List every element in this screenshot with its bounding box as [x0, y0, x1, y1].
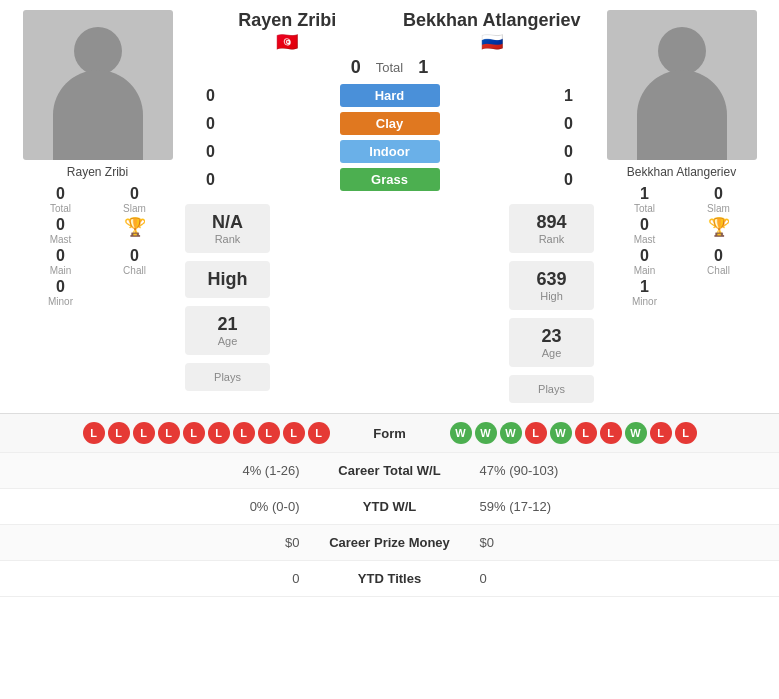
right-avatar-head: [658, 27, 706, 75]
surface-left-score: 0: [185, 115, 215, 133]
titles-label: YTD Titles: [300, 571, 480, 586]
prize-row: $0 Career Prize Money $0: [0, 525, 779, 561]
right-plays-label: Plays: [523, 383, 580, 395]
right-player-stats: 1 Total 0 Slam 0 Mast 🏆 0 Main: [612, 185, 752, 307]
right-center-stats: 894 Rank 639 High 23 Age Plays: [509, 204, 594, 403]
left-slam-value: 0: [130, 185, 139, 203]
right-player-section: Bekkhan Atlangeriev 1 Total 0 Slam 0 Mas…: [594, 10, 769, 403]
right-chall-value: 0: [714, 247, 723, 265]
surface-button-clay[interactable]: Clay: [340, 112, 440, 135]
left-player-name: Rayen Zribi: [67, 165, 128, 179]
left-main-mast-cell: 0 Main: [28, 247, 94, 276]
right-main-cell: 0 Main: [612, 247, 678, 276]
form-badge-left-l: L: [158, 422, 180, 444]
bottom-stats: LLLLLLLLLL Form WWWLWLLWLL 4% (1-26) Car…: [0, 413, 779, 597]
form-badge-right-l: L: [675, 422, 697, 444]
form-badge-right-w: W: [450, 422, 472, 444]
total-left-score: 0: [351, 57, 361, 78]
form-badge-left-l: L: [83, 422, 105, 444]
surface-right-score: 1: [564, 87, 594, 105]
surface-btn-wrap: Grass: [215, 168, 564, 191]
surface-left-score: 0: [185, 171, 215, 189]
left-mast-label: Mast: [50, 234, 72, 245]
left-age-value: 21: [199, 314, 256, 335]
right-minor-value: 1: [640, 278, 649, 296]
left-header-flag: 🇹🇳: [185, 31, 390, 53]
career-wl-right: 47% (90-103): [480, 463, 770, 478]
right-minor-label: Minor: [632, 296, 657, 307]
right-age-box: 23 Age: [509, 318, 594, 367]
right-mast-cell: 0 Mast: [612, 216, 678, 245]
form-badge-right-l: L: [650, 422, 672, 444]
left-minor-value: 0: [56, 278, 65, 296]
surface-rows: 0 Hard 1 0 Clay 0 0 Indoor 0 0 Grass 0: [185, 84, 594, 196]
total-row: 0 Total 1: [351, 57, 429, 78]
surface-row-grass: 0 Grass 0: [185, 168, 594, 191]
form-badge-left-l: L: [208, 422, 230, 444]
left-mast-value: 0: [56, 216, 65, 234]
left-rank-label: Rank: [199, 233, 256, 245]
right-total-cell: 1 Total: [612, 185, 678, 214]
left-slam-label: Slam: [123, 203, 146, 214]
form-badge-right-w: W: [550, 422, 572, 444]
left-plays-label: Plays: [199, 371, 256, 383]
prize-label: Career Prize Money: [300, 535, 480, 550]
left-chall-value: 0: [130, 247, 139, 265]
right-slam-label: Slam: [707, 203, 730, 214]
form-badge-left-l: L: [183, 422, 205, 444]
career-wl-left: 4% (1-26): [10, 463, 300, 478]
right-trophy-cell: 🏆: [686, 216, 752, 245]
right-player-name: Bekkhan Atlangeriev: [627, 165, 736, 179]
left-age-label: Age: [199, 335, 256, 347]
right-age-label: Age: [523, 347, 580, 359]
surface-left-score: 0: [185, 87, 215, 105]
right-total-value: 1: [640, 185, 649, 203]
prize-right: $0: [480, 535, 770, 550]
left-total-label: Total: [50, 203, 71, 214]
right-header: Bekkhan Atlangeriev 🇷🇺: [390, 10, 595, 53]
ytd-wl-label: YTD W/L: [300, 499, 480, 514]
left-center-stats: N/A Rank High 21 Age Plays: [185, 204, 270, 403]
surface-button-grass[interactable]: Grass: [340, 168, 440, 191]
left-total-cell: 0 Total: [28, 185, 94, 214]
left-high-box: High: [185, 261, 270, 298]
center-stat-boxes: N/A Rank High 21 Age Plays: [185, 204, 594, 403]
right-minor-cell: 1 Minor: [612, 278, 678, 307]
form-badge-right-w: W: [625, 422, 647, 444]
surface-btn-wrap: Hard: [215, 84, 564, 107]
form-badge-right-l: L: [525, 422, 547, 444]
form-badge-left-l: L: [308, 422, 330, 444]
form-badge-right-w: W: [500, 422, 522, 444]
surface-row-hard: 0 Hard 1: [185, 84, 594, 107]
titles-left: 0: [10, 571, 300, 586]
right-high-value: 639: [523, 269, 580, 290]
left-trophy-icon: 🏆: [124, 216, 146, 238]
ytd-wl-left: 0% (0-0): [10, 499, 300, 514]
right-high-label: High: [523, 290, 580, 302]
ytd-wl-row: 0% (0-0) YTD W/L 59% (17-12): [0, 489, 779, 525]
right-age-value: 23: [523, 326, 580, 347]
right-chall-label: Chall: [707, 265, 730, 276]
surface-button-hard[interactable]: Hard: [340, 84, 440, 107]
form-badge-left-l: L: [258, 422, 280, 444]
right-main-label: Main: [634, 265, 656, 276]
right-rank-box: 894 Rank: [509, 204, 594, 253]
right-trophy-icon: 🏆: [708, 216, 730, 238]
right-silhouette: [637, 27, 727, 160]
right-slam-value: 0: [714, 185, 723, 203]
right-mast-value: 0: [640, 216, 649, 234]
form-badge-left-l: L: [283, 422, 305, 444]
surface-row-clay: 0 Clay 0: [185, 112, 594, 135]
left-trophy-cell: 🏆: [102, 216, 168, 245]
right-total-label: Total: [634, 203, 655, 214]
form-row: LLLLLLLLLL Form WWWLWLLWLL: [0, 414, 779, 453]
surface-btn-wrap: Indoor: [215, 140, 564, 163]
left-header: Rayen Zribi 🇹🇳: [185, 10, 390, 53]
surface-row-indoor: 0 Indoor 0: [185, 140, 594, 163]
surface-right-score: 0: [564, 171, 594, 189]
right-slam-cell: 0 Slam: [686, 185, 752, 214]
right-plays-box: Plays: [509, 375, 594, 403]
surface-button-indoor[interactable]: Indoor: [340, 140, 440, 163]
titles-row: 0 YTD Titles 0: [0, 561, 779, 597]
left-rank-value: N/A: [199, 212, 256, 233]
